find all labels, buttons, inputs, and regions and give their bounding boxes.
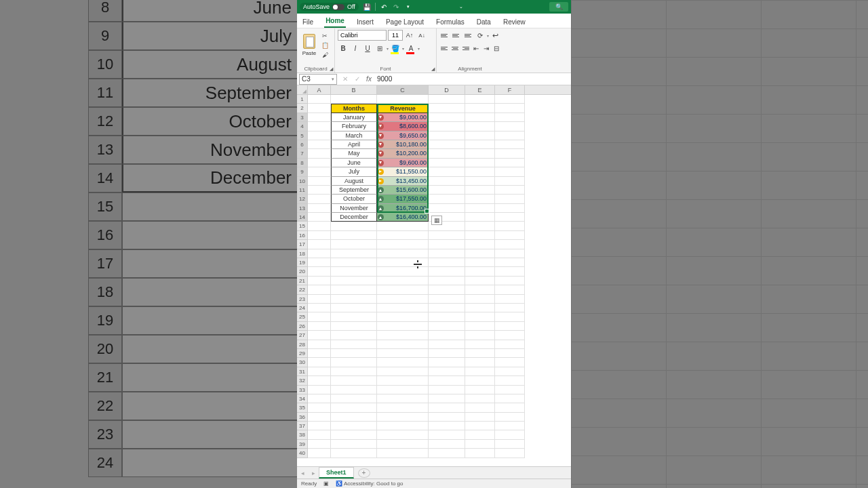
row-header[interactable]: 8 bbox=[297, 159, 308, 167]
cell-C34[interactable] bbox=[377, 394, 429, 403]
cell-B4[interactable]: February bbox=[331, 122, 377, 131]
cell-F22[interactable] bbox=[495, 285, 525, 294]
row-header[interactable]: 18 bbox=[297, 249, 308, 258]
cell-D29[interactable] bbox=[429, 349, 465, 358]
cell-E24[interactable] bbox=[465, 304, 495, 312]
col-header-C[interactable]: C bbox=[377, 85, 429, 94]
bold-button[interactable]: B bbox=[338, 43, 349, 54]
cell-B40[interactable] bbox=[331, 449, 377, 458]
cell-A39[interactable] bbox=[308, 440, 331, 449]
row-header[interactable]: 34 bbox=[297, 394, 308, 403]
cell-A11[interactable] bbox=[308, 186, 331, 195]
cell-C3[interactable]: $9,000.00 bbox=[377, 113, 429, 122]
align-middle-button[interactable] bbox=[451, 31, 461, 39]
cell-F35[interactable] bbox=[495, 403, 525, 412]
cell-B29[interactable] bbox=[331, 349, 377, 358]
border-button[interactable]: ⊞ bbox=[374, 43, 385, 54]
col-header-D[interactable]: D bbox=[429, 85, 465, 94]
cell-B37[interactable] bbox=[331, 422, 377, 430]
cell-D7[interactable] bbox=[429, 149, 465, 158]
cell-D12[interactable] bbox=[429, 195, 465, 203]
row-header[interactable]: 40 bbox=[297, 449, 308, 458]
cell-F15[interactable] bbox=[495, 222, 525, 230]
cell-F4[interactable] bbox=[495, 122, 525, 131]
cell-D3[interactable] bbox=[429, 113, 465, 122]
cell-B32[interactable] bbox=[331, 376, 377, 385]
add-sheet-button[interactable]: + bbox=[358, 468, 370, 478]
cell-B25[interactable] bbox=[331, 312, 377, 321]
cell-C32[interactable] bbox=[377, 376, 429, 385]
cell-D27[interactable] bbox=[429, 331, 465, 340]
cell-A32[interactable] bbox=[308, 376, 331, 385]
font-color-button[interactable]: A bbox=[406, 43, 416, 54]
row-header[interactable]: 13 bbox=[297, 204, 308, 213]
cell-F33[interactable] bbox=[495, 386, 525, 394]
cell-E10[interactable] bbox=[465, 177, 495, 186]
cell-D1[interactable] bbox=[429, 95, 465, 104]
cell-A6[interactable] bbox=[308, 140, 331, 149]
cell-C1[interactable] bbox=[377, 95, 429, 104]
row-header[interactable]: 11 bbox=[297, 186, 308, 195]
row-header[interactable]: 9 bbox=[297, 167, 308, 176]
cell-D38[interactable] bbox=[429, 430, 465, 439]
cell-B34[interactable] bbox=[331, 394, 377, 403]
align-left-button[interactable] bbox=[439, 44, 449, 52]
cell-D23[interactable] bbox=[429, 295, 465, 304]
cell-A22[interactable] bbox=[308, 285, 331, 294]
align-bottom-button[interactable] bbox=[463, 31, 473, 39]
cell-B39[interactable] bbox=[331, 440, 377, 449]
cell-D33[interactable] bbox=[429, 386, 465, 394]
row-header[interactable]: 26 bbox=[297, 322, 308, 331]
cell-C24[interactable] bbox=[377, 304, 429, 312]
cell-C30[interactable] bbox=[377, 358, 429, 367]
merge-button[interactable]: ⊟ bbox=[492, 43, 500, 54]
cell-C37[interactable] bbox=[377, 422, 429, 430]
cell-A37[interactable] bbox=[308, 422, 331, 430]
cell-D11[interactable] bbox=[429, 186, 465, 195]
col-header-A[interactable]: A bbox=[308, 85, 331, 94]
col-header-F[interactable]: F bbox=[495, 85, 525, 94]
wrap-text-button[interactable]: ↩ bbox=[490, 30, 500, 41]
decrease-font-icon[interactable]: A↓ bbox=[416, 30, 427, 41]
cell-C26[interactable] bbox=[377, 322, 429, 331]
cell-C28[interactable] bbox=[377, 340, 429, 349]
save-icon[interactable]: 💾 bbox=[363, 3, 371, 11]
row-header[interactable]: 20 bbox=[297, 267, 308, 276]
cell-E26[interactable] bbox=[465, 322, 495, 331]
cell-E5[interactable] bbox=[465, 131, 495, 140]
cell-A5[interactable] bbox=[308, 131, 331, 140]
cut-icon[interactable]: ✂ bbox=[320, 32, 330, 40]
cell-F7[interactable] bbox=[495, 149, 525, 158]
row-header[interactable]: 35 bbox=[297, 403, 308, 412]
cell-D21[interactable] bbox=[429, 277, 465, 285]
tab-file[interactable]: File bbox=[301, 16, 315, 28]
cell-A18[interactable] bbox=[308, 249, 331, 258]
enter-formula-icon[interactable]: ✓ bbox=[351, 75, 363, 83]
cell-E16[interactable] bbox=[465, 231, 495, 240]
row-header[interactable]: 29 bbox=[297, 349, 308, 358]
row-header[interactable]: 36 bbox=[297, 413, 308, 422]
increase-indent-button[interactable]: ⇥ bbox=[482, 43, 491, 54]
row-header[interactable]: 3 bbox=[297, 113, 308, 122]
cell-D37[interactable] bbox=[429, 422, 465, 430]
cell-E27[interactable] bbox=[465, 331, 495, 340]
cell-B17[interactable] bbox=[331, 240, 377, 249]
redo-icon[interactable]: ↷ bbox=[392, 3, 400, 11]
align-center-button[interactable] bbox=[450, 44, 460, 52]
cell-F20[interactable] bbox=[495, 267, 525, 276]
sheet-nav-prev-icon[interactable]: ◂ bbox=[297, 470, 308, 476]
cell-F18[interactable] bbox=[495, 249, 525, 258]
cell-F38[interactable] bbox=[495, 430, 525, 439]
cell-D32[interactable] bbox=[429, 376, 465, 385]
decrease-indent-button[interactable]: ⇤ bbox=[472, 43, 481, 54]
cell-A29[interactable] bbox=[308, 349, 331, 358]
cell-F6[interactable] bbox=[495, 140, 525, 149]
row-header[interactable]: 33 bbox=[297, 386, 308, 394]
cell-F27[interactable] bbox=[495, 331, 525, 340]
cell-D4[interactable] bbox=[429, 122, 465, 131]
cell-E15[interactable] bbox=[465, 222, 495, 230]
cell-F40[interactable] bbox=[495, 449, 525, 458]
cell-C17[interactable] bbox=[377, 240, 429, 249]
cell-A1[interactable] bbox=[308, 95, 331, 104]
cell-D22[interactable] bbox=[429, 285, 465, 294]
